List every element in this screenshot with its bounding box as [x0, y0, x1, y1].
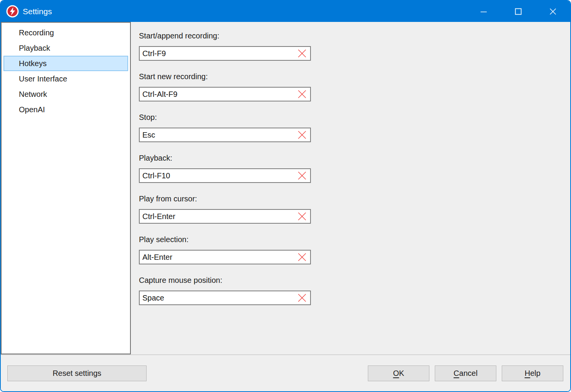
window-controls: [466, 1, 570, 22]
hotkey-input-start-new-recording[interactable]: [139, 87, 311, 101]
hotkey-input-stop[interactable]: [139, 128, 311, 142]
clear-hotkey-button[interactable]: [297, 48, 307, 59]
dialog-buttons: OK Cancel Help: [368, 365, 563, 381]
clear-x-icon: [297, 130, 307, 140]
ok-button[interactable]: OK: [368, 365, 429, 381]
maximize-button[interactable]: [501, 1, 536, 22]
cancel-button[interactable]: Cancel: [435, 365, 496, 381]
maximize-icon: [514, 7, 523, 16]
field-wrap: [139, 46, 311, 61]
clear-hotkey-button[interactable]: [297, 211, 307, 222]
close-icon: [549, 7, 557, 16]
window-title: Settings: [23, 7, 52, 16]
field-label: Start new recording:: [139, 72, 570, 81]
hotkey-input-play-selection[interactable]: [139, 250, 311, 264]
field-wrap: [139, 209, 311, 224]
app-icon: [6, 5, 19, 18]
settings-window: Settings Recording Pla: [0, 0, 571, 392]
field-label: Playback:: [139, 154, 570, 163]
main-area: Recording Playback Hotkeys User Interfac…: [1, 22, 570, 354]
sidebar: Recording Playback Hotkeys User Interfac…: [1, 22, 131, 354]
field-group: Capture mouse position:: [139, 276, 570, 305]
field-label: Play selection:: [139, 235, 570, 244]
hotkey-input-capture-mouse-position[interactable]: [139, 291, 311, 305]
clear-x-icon: [297, 171, 307, 181]
field-group: Start/append recording:: [139, 32, 570, 61]
field-wrap: [139, 168, 311, 183]
footer-bar: Reset settings OK Cancel Help: [1, 354, 570, 391]
clear-x-icon: [297, 252, 307, 262]
field-wrap: [139, 87, 311, 101]
sidebar-item-playback[interactable]: Playback: [3, 40, 128, 56]
sidebar-item-openai[interactable]: OpenAI: [3, 102, 128, 117]
sidebar-item-hotkeys[interactable]: Hotkeys: [3, 56, 128, 71]
reset-settings-button[interactable]: Reset settings: [7, 365, 147, 381]
sidebar-item-user-interface[interactable]: User Interface: [3, 71, 128, 86]
field-group: Play selection:: [139, 235, 570, 264]
titlebar[interactable]: Settings: [1, 1, 570, 22]
clear-x-icon: [297, 89, 307, 99]
hotkey-input-playback[interactable]: [139, 168, 311, 183]
clear-hotkey-button[interactable]: [297, 292, 307, 303]
clear-hotkey-button[interactable]: [297, 170, 307, 181]
field-wrap: [139, 128, 311, 142]
field-label: Start/append recording:: [139, 32, 570, 40]
clear-x-icon: [297, 211, 307, 221]
field-group: Start new recording:: [139, 72, 570, 101]
field-label: Capture mouse position:: [139, 276, 570, 285]
clear-hotkey-button[interactable]: [297, 252, 307, 262]
close-button[interactable]: [536, 1, 570, 22]
hotkey-input-start-append-recording[interactable]: [139, 46, 311, 61]
field-group: Stop:: [139, 113, 570, 142]
field-wrap: [139, 291, 311, 305]
field-label: Stop:: [139, 113, 570, 122]
help-button[interactable]: Help: [502, 365, 563, 381]
sidebar-item-recording[interactable]: Recording: [3, 25, 128, 40]
clear-x-icon: [297, 293, 307, 303]
field-wrap: [139, 250, 311, 264]
hotkeys-panel: Start/append recording: Start new record…: [131, 22, 570, 354]
clear-hotkey-button[interactable]: [297, 130, 307, 140]
field-label: Play from cursor:: [139, 194, 570, 203]
minimize-button[interactable]: [466, 1, 501, 22]
minimize-icon: [479, 7, 488, 16]
clear-hotkey-button[interactable]: [297, 89, 307, 100]
clear-x-icon: [297, 48, 307, 58]
sidebar-item-network[interactable]: Network: [3, 86, 128, 102]
field-group: Play from cursor:: [139, 194, 570, 224]
hotkey-input-play-from-cursor[interactable]: [139, 209, 311, 224]
field-group: Playback:: [139, 154, 570, 183]
